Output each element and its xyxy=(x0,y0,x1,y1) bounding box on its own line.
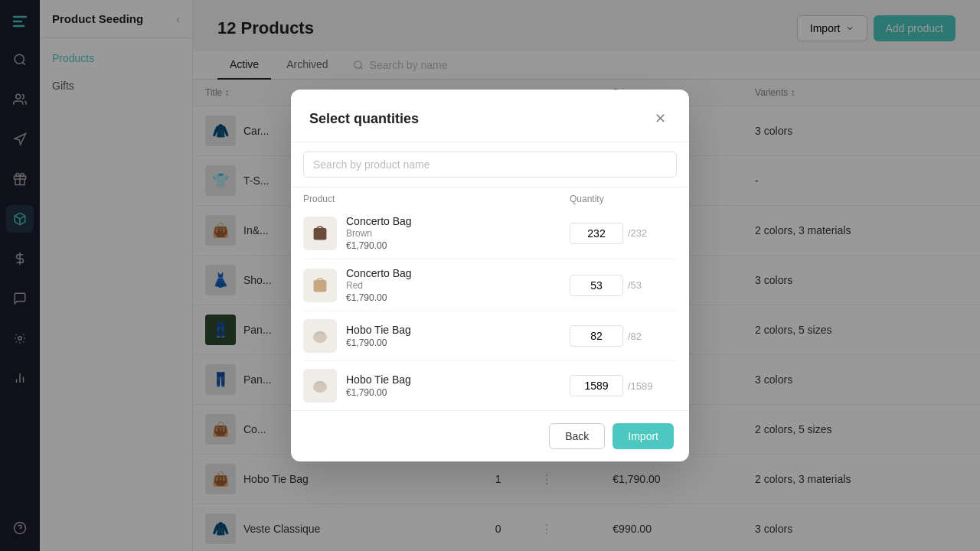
modal-list-item: Concerto Bag Red €1,790.00 /53 xyxy=(303,259,677,311)
modal-close-button[interactable]: ✕ xyxy=(649,108,671,129)
product-price: €1,790.00 xyxy=(346,337,560,348)
product-info: Hobo Tie Bag €1,790.00 xyxy=(346,373,560,398)
quantity-field: /82 xyxy=(570,325,677,347)
product-variant: Red xyxy=(346,280,560,291)
modal-columns: Product Quantity xyxy=(291,187,689,207)
product-price: €1,790.00 xyxy=(346,387,560,398)
qty-max: /53 xyxy=(628,279,642,291)
product-info: Concerto Bag Brown €1,790.00 xyxy=(346,215,560,251)
modal-list-item: Hobo Tie Bag €1,790.00 /1589 xyxy=(303,361,677,410)
product-thumbnail xyxy=(303,269,337,302)
modal-product-list: Concerto Bag Brown €1,790.00 /232 Concer… xyxy=(291,207,689,410)
product-name: Hobo Tie Bag xyxy=(346,324,560,336)
modal-list-item: Concerto Bag Brown €1,790.00 /232 xyxy=(303,207,677,259)
qty-input[interactable] xyxy=(570,275,623,296)
modal-search-input[interactable] xyxy=(303,152,677,178)
product-thumbnail xyxy=(303,319,337,353)
col-quantity-header: Quantity xyxy=(570,194,677,204)
qty-input[interactable] xyxy=(570,223,623,244)
svg-rect-12 xyxy=(314,228,327,240)
import-modal-button[interactable]: Import xyxy=(612,423,674,449)
modal-list-item: Hobo Tie Bag €1,790.00 /82 xyxy=(303,311,677,361)
product-price: €1,790.00 xyxy=(346,240,560,251)
modal-search-area xyxy=(291,142,689,187)
modal-overlay: Select quantities ✕ Product Quantity Con… xyxy=(0,0,980,551)
modal-footer: Back Import xyxy=(291,410,689,461)
col-product-header: Product xyxy=(303,194,570,204)
product-name: Concerto Bag xyxy=(346,267,560,279)
product-info: Concerto Bag Red €1,790.00 xyxy=(346,267,560,303)
product-thumbnail xyxy=(303,369,337,403)
qty-max: /232 xyxy=(628,227,647,239)
back-button[interactable]: Back xyxy=(549,423,605,449)
svg-point-14 xyxy=(313,331,327,343)
product-variant: Brown xyxy=(346,228,560,239)
quantity-field: /53 xyxy=(570,275,677,296)
qty-max: /82 xyxy=(628,331,642,342)
product-name: Hobo Tie Bag xyxy=(346,373,560,386)
product-name: Concerto Bag xyxy=(346,215,560,227)
qty-input[interactable] xyxy=(570,325,623,347)
modal: Select quantities ✕ Product Quantity Con… xyxy=(291,90,689,461)
svg-rect-13 xyxy=(314,280,327,292)
product-thumbnail xyxy=(303,217,337,250)
modal-title: Select quantities xyxy=(309,111,419,127)
product-info: Hobo Tie Bag €1,790.00 xyxy=(346,324,560,348)
modal-header: Select quantities ✕ xyxy=(291,90,689,142)
quantity-field: /232 xyxy=(570,223,677,244)
qty-input[interactable] xyxy=(570,375,623,396)
product-price: €1,790.00 xyxy=(346,292,560,303)
qty-max: /1589 xyxy=(628,380,653,392)
quantity-field: /1589 xyxy=(570,375,677,396)
svg-point-15 xyxy=(313,381,327,393)
